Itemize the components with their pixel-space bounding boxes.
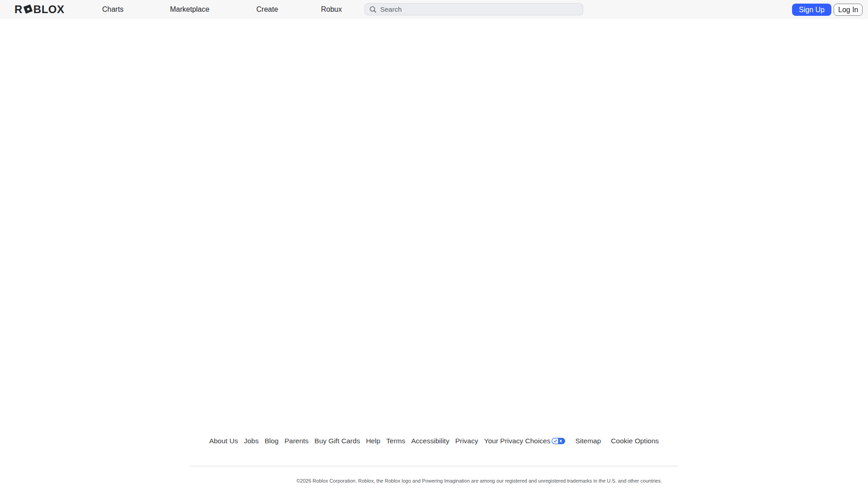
- search-bar[interactable]: [364, 3, 583, 15]
- footer-link-help[interactable]: Help: [366, 437, 380, 445]
- logo-letters-blox: BLOX: [33, 3, 65, 16]
- roblox-logo[interactable]: R BLOX: [14, 0, 65, 19]
- footer-link-parents[interactable]: Parents: [284, 437, 308, 445]
- nav-item-marketplace[interactable]: Marketplace: [170, 0, 209, 19]
- privacy-choices-icon: [552, 438, 565, 444]
- footer-link-buy-gift-cards[interactable]: Buy Gift Cards: [315, 437, 360, 445]
- search-input[interactable]: [380, 5, 578, 13]
- footer-link-blog[interactable]: Blog: [264, 437, 278, 445]
- footer-divider: [190, 466, 678, 466]
- nav-item-create[interactable]: Create: [256, 0, 278, 19]
- footer-link-cookie-options[interactable]: Cookie Options: [611, 437, 659, 445]
- top-navigation-bar: R BLOX Charts Marketplace Create Robux S…: [0, 0, 868, 19]
- nav-item-robux[interactable]: Robux: [321, 0, 342, 19]
- roblox-tilted-square-icon: [24, 4, 33, 14]
- footer-link-jobs[interactable]: Jobs: [244, 437, 259, 445]
- sign-up-button[interactable]: Sign Up: [792, 4, 831, 16]
- nav-item-charts[interactable]: Charts: [102, 0, 123, 19]
- footer-link-sitemap[interactable]: Sitemap: [575, 437, 601, 445]
- search-icon: [369, 6, 377, 13]
- footer-link-terms[interactable]: Terms: [386, 437, 405, 445]
- logo-letter-r: R: [14, 3, 23, 16]
- footer-links: About Us Jobs Blog Parents Buy Gift Card…: [190, 437, 678, 445]
- footer-link-label: Your Privacy Choices: [484, 437, 551, 445]
- footer-link-privacy[interactable]: Privacy: [455, 437, 478, 445]
- log-in-button[interactable]: Log In: [834, 4, 863, 16]
- footer-copyright: ©2026 Roblox Corporation. Roblox, the Ro…: [190, 478, 678, 483]
- footer-link-accessibility[interactable]: Accessibility: [411, 437, 449, 445]
- footer-link-about-us[interactable]: About Us: [209, 437, 238, 445]
- footer-link-your-privacy-choices[interactable]: Your Privacy Choices: [484, 437, 566, 445]
